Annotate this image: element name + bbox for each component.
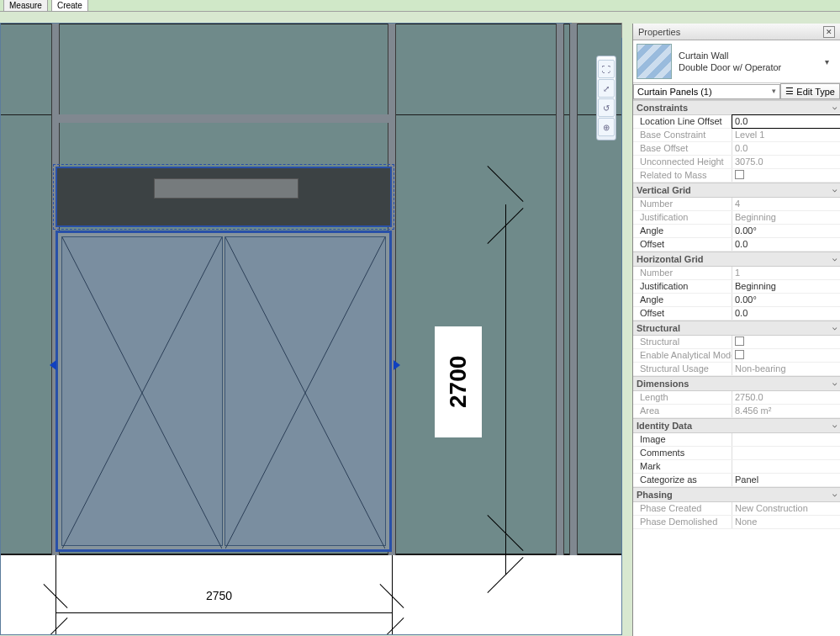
properties-close-button[interactable]: ✕ xyxy=(823,26,835,38)
property-row[interactable]: Offset0.0 xyxy=(633,238,840,252)
property-row: Structural UsageNon-bearing xyxy=(633,363,840,376)
property-value: Non-bearing xyxy=(732,363,840,375)
properties-panel: Properties ✕ Curtain Wall Double Door w/… xyxy=(632,24,840,636)
property-value xyxy=(732,169,840,182)
property-value: 0.0 xyxy=(732,142,840,155)
property-name: Image xyxy=(633,433,732,446)
property-value[interactable] xyxy=(732,433,840,446)
property-name: Justification xyxy=(633,211,732,224)
property-name: Offset xyxy=(633,307,732,320)
property-group-header[interactable]: Constraints⌵ xyxy=(633,100,840,115)
double-door-panel[interactable] xyxy=(55,231,392,552)
mullion xyxy=(569,24,578,555)
property-name: Angle xyxy=(633,225,732,237)
checkbox-icon xyxy=(735,350,744,359)
nav-full-icon[interactable]: ⛶ xyxy=(598,60,615,78)
operator-plate xyxy=(154,178,298,199)
property-value: Level 1 xyxy=(732,129,840,141)
property-row[interactable]: Mark xyxy=(633,460,840,474)
dim-line-horizontal xyxy=(55,612,392,613)
ribbon-tab-create[interactable]: Create xyxy=(51,0,88,11)
workspace: — ▭ ✕ xyxy=(0,12,840,636)
property-name: Comments xyxy=(633,447,732,459)
property-row: Phase CreatedNew Construction xyxy=(633,502,840,516)
properties-filter-dropdown[interactable]: Curtain Panels (1)▾ xyxy=(633,84,780,99)
property-name: Location Line Offset xyxy=(633,115,732,128)
property-value[interactable]: 0.00° xyxy=(732,225,840,237)
ribbon-tab-measure[interactable]: Measure xyxy=(3,0,48,11)
drawing-viewport[interactable]: — ▭ ✕ xyxy=(0,23,622,635)
drag-handle-right[interactable] xyxy=(394,360,400,370)
property-name: Related to Mass xyxy=(633,169,732,182)
properties-title: Properties xyxy=(638,27,680,37)
property-row: Phase DemolishedNone xyxy=(633,516,840,529)
property-value[interactable]: Beginning xyxy=(732,280,840,293)
property-name: Phase Created xyxy=(633,502,732,515)
property-row[interactable]: Angle0.00° xyxy=(633,225,840,238)
drag-handle-left[interactable] xyxy=(50,360,56,370)
property-row[interactable]: Angle0.00° xyxy=(633,294,840,307)
property-grid[interactable]: Constraints⌵Location Line Offset0.0Base … xyxy=(633,100,840,636)
property-value[interactable]: Panel xyxy=(732,474,840,486)
property-value[interactable]: 0.0 xyxy=(732,114,840,129)
mullion-horizontal xyxy=(51,114,396,123)
type-selector[interactable]: Curtain Wall Double Door w/ Operator ▾ xyxy=(633,40,840,83)
property-group-header[interactable]: Vertical Grid⌵ xyxy=(633,183,840,198)
nav-region-icon[interactable]: ⤢ xyxy=(598,79,615,98)
property-name: Offset xyxy=(633,238,732,251)
property-row[interactable]: Comments xyxy=(633,447,840,460)
dimension-vertical[interactable]: 2700 xyxy=(435,326,482,437)
property-row: JustificationBeginning xyxy=(633,211,840,225)
property-value[interactable]: 0.0 xyxy=(732,238,840,251)
property-value xyxy=(732,349,840,362)
property-row[interactable]: Location Line Offset0.0 xyxy=(633,115,840,129)
grid-line xyxy=(1,24,621,24)
door-leaf-right xyxy=(225,236,386,546)
property-group-header[interactable]: Phasing⌵ xyxy=(633,487,840,502)
property-row[interactable]: Offset0.0 xyxy=(633,307,840,321)
edit-type-icon: ☰ xyxy=(785,86,794,97)
chevron-down-icon[interactable]: ▾ xyxy=(825,57,837,66)
edit-type-button[interactable]: ☰ Edit Type xyxy=(780,83,840,99)
property-name: Phase Demolished xyxy=(633,516,732,528)
property-row: Enable Analytical Model xyxy=(633,349,840,363)
property-row[interactable]: Image xyxy=(633,433,840,447)
property-name: Mark xyxy=(633,460,732,473)
property-value: 4 xyxy=(732,198,840,210)
nav-orbit-icon[interactable]: ↺ xyxy=(598,98,615,117)
property-row: Number4 xyxy=(633,198,840,211)
property-name: Structural xyxy=(633,336,732,348)
door-header-panel[interactable] xyxy=(55,167,392,227)
property-row[interactable]: JustificationBeginning xyxy=(633,280,840,294)
property-value: 3075.0 xyxy=(732,156,840,168)
property-name: Base Constraint xyxy=(633,129,732,141)
ribbon-bar: Measure Create xyxy=(0,0,840,12)
property-name: Categorize as xyxy=(633,474,732,486)
property-group-header[interactable]: Identity Data⌵ xyxy=(633,418,840,433)
type-selector-label: Curtain Wall Double Door w/ Operator xyxy=(679,50,818,73)
type-thumbnail-icon xyxy=(637,44,672,79)
property-group-header[interactable]: Dimensions⌵ xyxy=(633,376,840,391)
property-name: Enable Analytical Model xyxy=(633,349,732,362)
property-value: New Construction xyxy=(732,502,840,515)
property-value[interactable] xyxy=(732,460,840,473)
property-row: Number1 xyxy=(633,267,840,280)
property-name: Unconnected Height xyxy=(633,156,732,168)
drawing-canvas[interactable]: 2700 2750 xyxy=(1,24,621,634)
property-group-header[interactable]: Horizontal Grid⌵ xyxy=(633,252,840,267)
property-group-header[interactable]: Structural⌵ xyxy=(633,321,840,336)
paper-background xyxy=(1,555,621,634)
property-row[interactable]: Categorize asPanel xyxy=(633,474,840,487)
property-row: Unconnected Height3075.0 xyxy=(633,156,840,169)
dimension-horizontal[interactable]: 2750 xyxy=(203,587,235,604)
door-leaf-left xyxy=(61,236,223,546)
properties-header[interactable]: Properties ✕ xyxy=(633,24,840,40)
property-name: Length xyxy=(633,391,732,404)
property-value[interactable]: 0.0 xyxy=(732,307,840,320)
property-name: Justification xyxy=(633,280,732,293)
nav-zoom-icon[interactable]: ⊕ xyxy=(598,118,615,136)
property-value[interactable]: 0.00° xyxy=(732,294,840,306)
property-value[interactable] xyxy=(732,447,840,459)
property-row: Base ConstraintLevel 1 xyxy=(633,129,840,142)
checkbox-icon xyxy=(735,170,744,179)
